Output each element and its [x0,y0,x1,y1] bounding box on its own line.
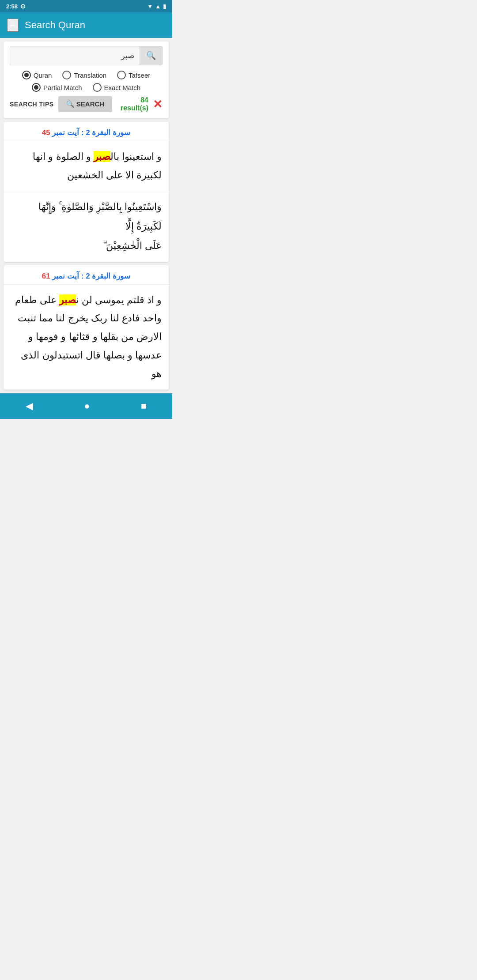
page-title: Search Quran [25,19,85,31]
verse-card-1: سورة البقرة 2 : آیت نمبر 45 و استعینوا ب… [4,122,169,262]
radio-translation-circle [62,71,71,79]
radio-exact-circle [93,83,102,92]
back-button[interactable]: ← [7,19,19,32]
nav-home-button[interactable]: ● [75,398,98,415]
time-display: 2:58 [6,3,18,10]
radio-quran[interactable]: Quran [22,71,52,79]
radio-tafseer[interactable]: Tafseer [117,71,150,79]
radio-quran-circle [22,71,31,79]
radio-partial-match[interactable]: Partial Match [32,83,82,92]
verse-arabic-1: وَاسْتَعِينُوا بِالصَّبْرِ وَالصَّلوٰةِ … [4,191,169,262]
surah-name-1: سورة البقرة 2 : آیت نمبر [50,128,130,137]
match-type-group: Partial Match Exact Match [10,83,163,92]
verse-header-1: سورة البقرة 2 : آیت نمبر 45 [4,122,169,141]
search-scope-group: Quran Translation Tafseer [10,71,163,79]
verse-urdu-1: و استعینوا بالصبر و الصلوة و انھا لکبیرة… [4,141,169,191]
status-right: ▼ ▲ ▮ [147,3,166,10]
verse-header-2: سورة البقرة 2 : آیت نمبر 61 [4,265,169,285]
search-icon-button[interactable]: 🔍 [140,46,162,65]
radio-translation-label: Translation [74,72,106,79]
radio-tafseer-label: Tafseer [129,72,150,79]
action-row: SEARCH TIPS 🔍 SEARCH 84 result(s) ✕ [10,96,163,112]
search-card: 🔍 Quran Translation Tafseer Partial Matc… [4,41,169,118]
data-icon: ⊙ [20,3,26,10]
verse-card-2: سورة البقرة 2 : آیت نمبر 61 و اذ قلتم یم… [4,265,169,390]
search-input-container: 🔍 [10,46,163,65]
highlight-word-2: صبر [59,294,76,305]
nav-back-button[interactable]: ◀ [17,398,42,415]
radio-exact-label: Exact Match [104,84,141,91]
verse-urdu-2: و اذ قلتم یموسی لن نصبر علی طعام واحد فا… [4,285,169,390]
ayat-num-2: 61 [42,272,50,280]
radio-tafseer-circle [117,71,126,79]
search-input[interactable] [10,47,140,65]
battery-icon: ▮ [163,3,166,10]
surah-name-2: سورة البقرة 2 : آیت نمبر [50,272,130,280]
radio-quran-label: Quran [34,72,52,79]
radio-partial-label: Partial Match [43,84,82,91]
nav-bar: ◀ ● ■ [0,393,172,419]
radio-translation[interactable]: Translation [62,71,106,79]
ayat-num-1: 45 [42,128,50,137]
radio-exact-match[interactable]: Exact Match [93,83,141,92]
search-tips-label: SEARCH TIPS [10,101,54,108]
highlight-word-1: صبر [94,151,110,162]
signal-icon: ▲ [155,3,161,10]
status-bar: 2:58 ⊙ ▼ ▲ ▮ [0,0,172,12]
status-left: 2:58 ⊙ [6,3,26,10]
radio-partial-circle [32,83,41,92]
clear-button[interactable]: ✕ [153,98,163,110]
results-count: 84 result(s) [117,96,148,112]
app-bar: ← Search Quran [0,12,172,38]
nav-recents-button[interactable]: ■ [132,398,155,415]
search-button[interactable]: 🔍 SEARCH [58,96,113,112]
wifi-icon: ▼ [147,3,153,10]
